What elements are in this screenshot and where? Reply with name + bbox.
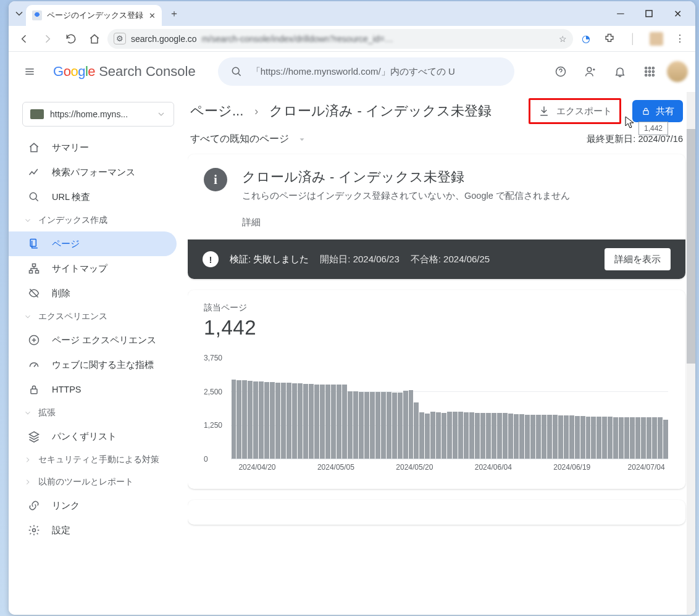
address-bar[interactable]: ⚙ search.google.co m/search-console/inde…: [107, 29, 573, 49]
chart-bar[interactable]: [419, 412, 424, 459]
chart-bar[interactable]: [475, 413, 480, 459]
chart-bar[interactable]: [430, 412, 435, 459]
chart-bar[interactable]: [331, 385, 336, 459]
sidebar-group-legacy[interactable]: 以前のツールとレポート: [9, 471, 188, 493]
chart-bar[interactable]: [591, 417, 596, 459]
chart-bar[interactable]: [652, 417, 657, 459]
chart-bar[interactable]: [613, 417, 618, 459]
chart-bar[interactable]: [580, 416, 585, 459]
chart-bar[interactable]: [553, 415, 558, 459]
search-input[interactable]: 「https://home.mynsworld.com/」内のすべての U: [218, 57, 514, 86]
chart-bar[interactable]: [635, 417, 640, 459]
breadcrumb-1[interactable]: ページ...: [190, 102, 243, 120]
chart-bar[interactable]: [596, 417, 601, 459]
sidebar-group-security[interactable]: セキュリティと手動による対策: [9, 449, 188, 471]
chart-bar[interactable]: [564, 415, 569, 459]
chart-bar[interactable]: [359, 392, 364, 459]
chart-bar[interactable]: [575, 416, 580, 459]
chart-bar[interactable]: [525, 415, 530, 459]
chart-bar[interactable]: [325, 385, 330, 459]
validation-details-button[interactable]: 詳細を表示: [605, 248, 671, 270]
chart-bar[interactable]: [236, 380, 241, 459]
chart-bar[interactable]: [259, 381, 264, 459]
chart-bar[interactable]: [658, 417, 663, 459]
chart-bar[interactable]: [398, 393, 403, 459]
window-maximize-icon[interactable]: [635, 1, 663, 26]
chart-bar[interactable]: [464, 412, 469, 459]
chart-bar[interactable]: [303, 384, 308, 459]
chart-bar[interactable]: [663, 420, 668, 459]
window-close-icon[interactable]: ✕: [663, 1, 692, 26]
chart-bar[interactable]: [492, 413, 496, 459]
tab-search-icon[interactable]: [12, 7, 26, 20]
chart-bar[interactable]: [414, 402, 419, 459]
chart-bar[interactable]: [342, 385, 347, 459]
chart-bar[interactable]: [602, 417, 607, 459]
window-minimize-icon[interactable]: ─: [606, 1, 635, 26]
chart-bar[interactable]: [232, 380, 236, 459]
chart-bar[interactable]: [353, 391, 358, 459]
sidebar-item-cwv[interactable]: ウェブに関する主な指標: [9, 352, 177, 377]
tab-close-icon[interactable]: ✕: [149, 11, 156, 20]
chart-bar[interactable]: [514, 414, 519, 459]
sidebar-group-index[interactable]: インデックス作成: [9, 209, 188, 231]
chart-bar[interactable]: [447, 412, 452, 459]
scrollbar-thumb[interactable]: [687, 129, 695, 364]
chart-bar[interactable]: [287, 383, 291, 459]
chart-bar[interactable]: [370, 392, 375, 459]
sidebar-item-pages[interactable]: ページ: [9, 231, 177, 256]
chart-bar[interactable]: [469, 412, 474, 459]
sidebar-item-settings[interactable]: 設定: [9, 518, 177, 543]
nav-reload-icon[interactable]: [61, 28, 82, 49]
notifications-icon[interactable]: [608, 59, 632, 84]
chart-bar[interactable]: [558, 415, 563, 459]
sidebar-group-enhancements[interactable]: 拡張: [9, 402, 188, 424]
info-more-link[interactable]: 詳細: [242, 217, 570, 228]
apps-grid-icon[interactable]: [637, 59, 662, 84]
chart-bar[interactable]: [314, 385, 319, 459]
account-avatar[interactable]: [667, 61, 688, 82]
chart-bar[interactable]: [480, 413, 485, 459]
chart-bar[interactable]: [309, 384, 314, 459]
chart-bar[interactable]: [248, 381, 253, 459]
hamburger-menu-icon[interactable]: [16, 58, 43, 85]
sidebar-item-page-experience[interactable]: ページ エクスペリエンス: [9, 328, 177, 352]
chart-bar[interactable]: [536, 415, 541, 459]
new-tab-button[interactable]: ＋: [165, 5, 183, 22]
sidebar-group-experience[interactable]: エクスペリエンス: [9, 306, 188, 328]
chart-bar[interactable]: [409, 390, 414, 459]
sidebar-item-removals[interactable]: 削除: [9, 281, 177, 306]
chart-bar[interactable]: [320, 385, 325, 459]
chart-bar[interactable]: [641, 417, 646, 459]
chart-bar[interactable]: [542, 415, 546, 459]
chart-bar[interactable]: [442, 413, 446, 459]
chart-bar[interactable]: [337, 385, 341, 459]
nav-forward-icon[interactable]: [37, 28, 58, 49]
chart-bar[interactable]: [647, 417, 651, 459]
nav-home-icon[interactable]: [84, 28, 105, 49]
nav-back-icon[interactable]: [14, 28, 35, 49]
chart-bar[interactable]: [381, 392, 386, 459]
chart-bar[interactable]: [436, 412, 441, 459]
extensions-icon[interactable]: [599, 28, 620, 49]
chart-bar[interactable]: [264, 382, 269, 459]
chart-bar[interactable]: [242, 380, 247, 459]
chart-bar[interactable]: [281, 383, 286, 459]
bookmark-star-icon[interactable]: ☆: [559, 34, 567, 44]
browser-tab[interactable]: ページのインデックス登録 ✕: [26, 5, 162, 26]
chart-bar[interactable]: [630, 417, 635, 459]
chart-bar[interactable]: [547, 415, 552, 459]
logo[interactable]: Google Search Console: [53, 64, 196, 80]
chart-bar[interactable]: [486, 413, 491, 459]
export-button[interactable]: エクスポート: [529, 98, 621, 124]
users-icon[interactable]: [578, 59, 603, 84]
chart-bar[interactable]: [253, 381, 258, 459]
chart-plot[interactable]: 01,2502,5003,750 2024/04/202024/05/05202…: [204, 358, 669, 475]
chart-bar[interactable]: [530, 415, 535, 459]
page-filter-dropdown[interactable]: すべての既知のページ: [190, 133, 306, 146]
chart-bar[interactable]: [624, 417, 629, 459]
browser-menu-icon[interactable]: ⋮: [669, 28, 690, 49]
sidebar-item-links[interactable]: リンク: [9, 493, 177, 518]
chart-bar[interactable]: [508, 414, 513, 459]
chart-bar[interactable]: [608, 417, 613, 459]
